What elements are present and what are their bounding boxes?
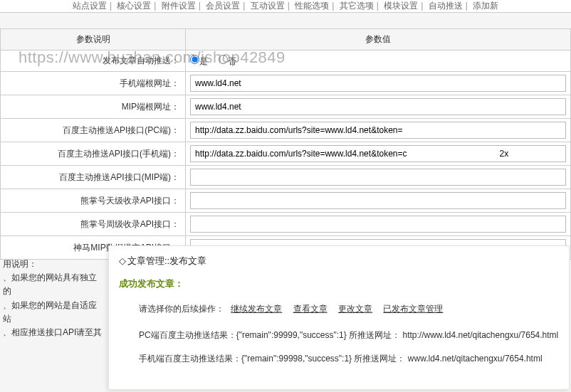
- panel-ops: 请选择你的后续操作： 继续发布文章 查看文章 更改文章 已发布文章管理: [119, 303, 559, 315]
- row-label: 百度主动推送API接口(手机端)：: [1, 142, 186, 166]
- xiongzhang-daily-input[interactable]: [190, 192, 566, 209]
- nav-item[interactable]: 核心设置: [117, 1, 151, 11]
- mobile-root-input[interactable]: [190, 75, 566, 92]
- nav-item[interactable]: 站点设置: [73, 1, 107, 11]
- row-label: 发布文章自动推送：: [1, 51, 186, 72]
- nav-item[interactable]: 添加新: [473, 1, 498, 11]
- nav-item[interactable]: 互动设置: [251, 1, 285, 11]
- diamond-icon: ◇: [119, 255, 126, 266]
- usage-notes: 用说明： 、如果您的网站具有独立的 、如果您的网站是自适应站 、相应推送接口AP…: [0, 258, 107, 339]
- row-label: 熊掌号周级收录API接口：: [1, 213, 186, 236]
- usage-line: 、如果您的网站是自适应站: [3, 299, 104, 326]
- row-label: 手机端根网址：: [1, 72, 186, 95]
- row-label: 熊掌号天级收录API接口：: [1, 189, 186, 213]
- op-published-manage[interactable]: 已发布文章管理: [383, 304, 443, 314]
- panel-success: 成功发布文章：: [119, 277, 559, 290]
- radio-yes[interactable]: 是: [190, 56, 208, 66]
- top-nav: 站点设置| 核心设置| 附件设置| 会员设置| 互动设置| 性能选项| 其它选项…: [0, 0, 571, 13]
- radio-yes-input[interactable]: [190, 55, 199, 64]
- baidu-api-mip-input[interactable]: [190, 169, 566, 186]
- usage-line: 、如果您的网站具有独立的: [3, 271, 104, 298]
- nav-item[interactable]: 附件设置: [162, 1, 196, 11]
- settings-table: 参数说明 参数值 发布文章自动推送： 是 否 手机端根网址： MIP端根网址： …: [0, 28, 571, 260]
- usage-title: 用说明：: [3, 258, 104, 271]
- radio-no[interactable]: 否: [219, 56, 236, 66]
- op-continue-publish[interactable]: 继续发布文章: [231, 304, 282, 314]
- baidu-api-pc-input[interactable]: [190, 122, 566, 139]
- ops-prompt: 请选择你的后续操作：: [139, 304, 224, 314]
- usage-line: 、相应推送接口API请至其: [3, 326, 104, 339]
- result-mobile: 手机端百度主动推送结果：{"remain":99998,"success":1}…: [119, 353, 559, 365]
- nav-item[interactable]: 其它选项: [340, 1, 374, 11]
- row-label: MIP端根网址：: [1, 95, 186, 119]
- nav-item[interactable]: 模块设置: [384, 1, 418, 11]
- radio-no-input[interactable]: [219, 55, 228, 64]
- nav-item[interactable]: 自动推送: [429, 1, 463, 11]
- header-label: 参数说明: [1, 29, 186, 51]
- row-label: 百度主动推送API接口(PC端)：: [1, 119, 186, 142]
- header-value: 参数值: [186, 29, 571, 51]
- result-pc: PC端百度主动推送结果：{"remain":99999,"success":1}…: [119, 329, 559, 341]
- row-label: 百度主动推送API接口(MIP端)：: [1, 166, 186, 189]
- xiongzhang-weekly-input[interactable]: [190, 216, 566, 233]
- op-edit-article[interactable]: 更改文章: [338, 304, 372, 314]
- nav-item[interactable]: 性能选项: [295, 1, 329, 11]
- panel-title: ◇文章管理::发布文章: [119, 255, 559, 267]
- mip-root-input[interactable]: [190, 98, 566, 115]
- baidu-api-mobile-input[interactable]: [190, 145, 566, 162]
- nav-item[interactable]: 会员设置: [206, 1, 240, 11]
- op-view-article[interactable]: 查看文章: [293, 304, 328, 314]
- row-value: 是 否: [186, 51, 571, 72]
- publish-result-panel: ◇文章管理::发布文章 成功发布文章： 请选择你的后续操作： 继续发布文章 查看…: [108, 245, 570, 390]
